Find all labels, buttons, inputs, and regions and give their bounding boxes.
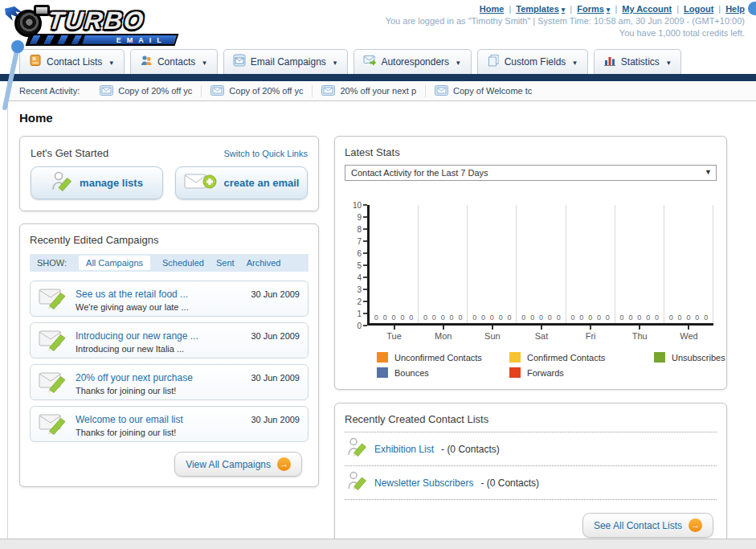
chart-value-label: 0 xyxy=(686,313,690,322)
switch-to-quick-links-link[interactable]: Switch to Quick Links xyxy=(223,149,308,158)
campaign-date: 30 Jun 2009 xyxy=(251,331,300,341)
top-link-home[interactable]: Home xyxy=(480,4,505,14)
page: TURBO EMAIL Home|Templates|Forms|My Acco… xyxy=(0,0,756,549)
links-separator: | xyxy=(615,4,617,14)
chart-value-label: 0 xyxy=(628,313,632,322)
filter-archived[interactable]: Archived xyxy=(247,258,281,268)
chart-day-group: 00000 xyxy=(370,205,419,323)
chart-y-axis: 012345678910 xyxy=(349,205,367,326)
top-link-logout[interactable]: Logout xyxy=(684,4,713,14)
contact-lists-panel: Recently Created Contact Lists Exhibitio… xyxy=(334,403,727,549)
see-all-contact-lists-label: See All Contact Lists xyxy=(594,520,682,531)
logo-sub-text: EMAIL xyxy=(116,36,167,44)
tab-email-campaigns[interactable]: Email Campaigns xyxy=(223,49,349,74)
campaigns-title: Recently Edited Campaigns xyxy=(30,234,309,246)
campaign-row[interactable]: 20% off your next purchaseThanks for joi… xyxy=(30,364,309,400)
chart-value-label: 0 xyxy=(548,313,552,322)
chart-value-label: 0 xyxy=(472,313,476,322)
campaign-subtitle: We're giving away our late ... xyxy=(76,302,189,312)
header-right: Home|Templates|Forms|My Account|Logout|H… xyxy=(386,4,745,38)
tab-label: Custom Fields xyxy=(505,56,566,68)
envelope-icon xyxy=(100,85,113,97)
see-all-contact-lists-button[interactable]: See All Contact Lists xyxy=(582,513,713,538)
campaign-row[interactable]: Welcome to our email listThanks for join… xyxy=(30,406,309,442)
tab-autoresponders[interactable]: Autoresponders xyxy=(353,49,471,74)
campaign-subtitle: Thanks for joining our list! xyxy=(76,386,193,395)
campaign-row[interactable]: See us at the retail food ...We're givin… xyxy=(30,281,309,317)
chart-x-tick-label: Tue xyxy=(370,326,419,341)
campaign-filter-bar: SHOW: All CampaignsScheduledSentArchived xyxy=(30,254,309,272)
chart-value-label: 0 xyxy=(392,313,396,322)
tab-custom-fields[interactable]: Custom Fields xyxy=(477,49,588,74)
top-link-help[interactable]: Help xyxy=(725,4,745,14)
corner-callout-dot xyxy=(748,2,756,15)
legend-swatch xyxy=(509,352,521,363)
contact-list-row[interactable]: Newsletter Subscribers - (0 Contacts) xyxy=(345,466,717,500)
campaign-title-link[interactable]: 20% off your next purchase xyxy=(76,372,193,383)
campaigns-panel: Recently Edited Campaigns SHOW: All Camp… xyxy=(19,223,319,487)
view-all-campaigns-label: View All Campaigns xyxy=(186,459,271,470)
campaign-row[interactable]: Introducing our new range ...Introducing… xyxy=(30,322,309,358)
chart-value-label: 0 xyxy=(508,313,512,322)
campaign-title-link[interactable]: Introducing our new range ... xyxy=(76,330,198,342)
legend-label: Bounces xyxy=(394,368,429,378)
recent-activity-item[interactable]: Copy of 20% off yc xyxy=(91,85,201,97)
tab-contacts[interactable]: Contacts xyxy=(130,49,218,74)
email-campaigns-icon xyxy=(233,54,246,69)
create-an-email-label: create an email xyxy=(224,177,300,189)
chart-day-group: 00000 xyxy=(419,205,468,323)
chart-value-label: 0 xyxy=(597,313,601,322)
create-an-email-button[interactable]: create an email xyxy=(175,166,308,199)
filter-sent[interactable]: Sent xyxy=(216,258,235,268)
callout-pin-icon xyxy=(0,35,29,113)
links-separator: | xyxy=(718,4,721,14)
latest-stats-panel: Latest Stats Contact Activity for the La… xyxy=(334,136,727,390)
chart-value-label: 0 xyxy=(669,313,673,322)
legend-swatch xyxy=(377,352,388,363)
chart-value-label: 0 xyxy=(423,313,427,322)
tab-label: Contact Lists xyxy=(47,56,102,68)
chart-y-tick: 4 xyxy=(357,273,367,281)
view-all-campaigns-button[interactable]: View All Campaigns xyxy=(174,452,302,477)
chart-x-tick-label: Wed xyxy=(664,326,713,341)
contact-list-count: - (0 Contacts) xyxy=(480,477,539,489)
chart-day-group: 00000 xyxy=(615,205,664,323)
turbo-email-logo: TURBO EMAIL xyxy=(6,5,191,46)
envelope-pencil-icon xyxy=(39,411,68,438)
chart-x-axis: TueMonSunSatFriThuWed xyxy=(370,326,713,341)
chart-value-label: 0 xyxy=(441,313,445,322)
recent-activity-item-label: Copy of 20% off yc xyxy=(118,86,192,96)
campaign-filters: All CampaignsScheduledSentArchived xyxy=(79,258,280,268)
recent-activity-item[interactable]: Copy of Welcome tc xyxy=(425,85,541,97)
top-link-forms[interactable]: Forms xyxy=(577,4,610,14)
campaign-title-link[interactable]: Welcome to our email list xyxy=(76,414,183,425)
chart-value-label: 0 xyxy=(499,313,503,322)
chart-value-labels: 00000 xyxy=(419,313,467,322)
top-link-templates[interactable]: Templates xyxy=(516,4,565,14)
campaign-subtitle: Introducing our new Italia ... xyxy=(76,344,198,354)
contact-list-link[interactable]: Newsletter Subscribers xyxy=(374,477,473,489)
recent-activity-item[interactable]: 20% off your next p xyxy=(312,85,425,97)
chart-y-tick: 1 xyxy=(357,309,367,318)
chart-value-label: 0 xyxy=(432,313,436,322)
manage-lists-button[interactable]: manage lists xyxy=(31,166,163,199)
stats-report-select[interactable]: Contact Activity for the Last 7 Days xyxy=(345,165,717,181)
contact-list-rows: Exhibition List - (0 Contacts)Newsletter… xyxy=(345,432,717,500)
campaign-title-link[interactable]: See us at the retail food ... xyxy=(76,289,188,300)
legend-item-bounces: Bounces xyxy=(377,367,509,378)
chart-day-group: 00000 xyxy=(664,205,713,323)
chart-value-labels: 00000 xyxy=(615,313,664,322)
chevron-down-icon xyxy=(570,56,577,68)
contact-list-link[interactable]: Exhibition List xyxy=(374,444,434,455)
tab-contact-lists[interactable]: Contact Lists xyxy=(19,49,125,74)
recent-activity-item[interactable]: Copy of 20% off yc xyxy=(201,85,312,97)
top-link-my-account[interactable]: My Account xyxy=(622,4,672,14)
person-pencil-small-icon xyxy=(346,470,367,495)
campaign-date: 30 Jun 2009 xyxy=(251,415,300,424)
filter-all-campaigns[interactable]: All Campaigns xyxy=(79,256,150,270)
content: Home Let's Get Started Switch to Quick L… xyxy=(8,101,756,549)
filter-scheduled[interactable]: Scheduled xyxy=(162,258,204,268)
tab-statistics[interactable]: Statistics xyxy=(594,49,682,74)
contact-list-row[interactable]: Exhibition List - (0 Contacts) xyxy=(345,432,717,466)
logo-email-bar: EMAIL xyxy=(26,34,179,46)
